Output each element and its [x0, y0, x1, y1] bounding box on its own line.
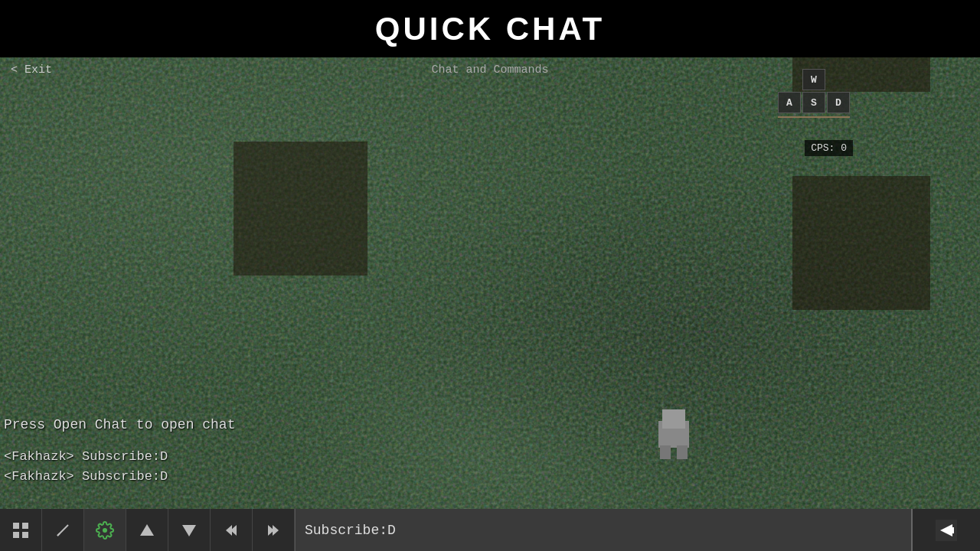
cps-counter: CPS: 0	[805, 140, 853, 156]
w-key-row: W	[802, 69, 825, 90]
svg-marker-16	[273, 525, 279, 536]
top-banner: QUICK CHAT	[0, 0, 980, 57]
chat-input-container	[295, 509, 911, 551]
svg-rect-1	[662, 409, 685, 429]
svg-rect-19	[951, 527, 954, 533]
a-key[interactable]: A	[778, 92, 801, 113]
exit-button[interactable]: < Exit	[11, 64, 52, 77]
send-button[interactable]	[911, 509, 980, 551]
svg-point-10	[103, 528, 107, 533]
svg-marker-11	[140, 524, 154, 536]
grid-button[interactable]	[0, 509, 42, 551]
section-label: Chat and Commands	[431, 64, 548, 77]
settings-button[interactable]	[84, 509, 126, 551]
svg-line-9	[57, 533, 60, 536]
s-key[interactable]: S	[802, 92, 825, 113]
block-1	[234, 142, 368, 276]
down-button[interactable]	[168, 509, 211, 551]
up-button[interactable]	[126, 509, 168, 551]
pencil-button[interactable]	[42, 509, 84, 551]
svg-rect-7	[22, 532, 28, 538]
bottom-toolbar	[0, 509, 980, 551]
chat-message-1: <Fakhazk> Subscribe:D	[4, 447, 168, 467]
chat-message-2: <Fakhazk> Subscribe:D	[4, 467, 168, 487]
key-separator	[778, 116, 850, 118]
svg-marker-12	[182, 525, 196, 536]
svg-rect-3	[677, 445, 688, 459]
block-2	[792, 176, 930, 310]
asd-key-row: A S D	[778, 92, 850, 113]
right-arrows-button[interactable]	[253, 509, 295, 551]
svg-rect-4	[13, 523, 19, 529]
svg-rect-2	[660, 445, 671, 459]
game-creature	[643, 406, 704, 463]
left-arrows-button[interactable]	[211, 509, 253, 551]
svg-marker-14	[226, 525, 232, 536]
movement-keys: W A S D	[778, 69, 850, 118]
page-title: QUICK CHAT	[375, 11, 606, 47]
w-key[interactable]: W	[802, 69, 825, 90]
chat-messages: <Fakhazk> Subscribe:D <Fakhazk> Subscrib…	[4, 447, 168, 486]
open-chat-hint: Press Open Chat to open chat	[4, 417, 235, 432]
svg-rect-6	[13, 532, 19, 538]
chat-input[interactable]	[305, 523, 902, 538]
d-key[interactable]: D	[827, 92, 850, 113]
svg-rect-5	[22, 523, 28, 529]
